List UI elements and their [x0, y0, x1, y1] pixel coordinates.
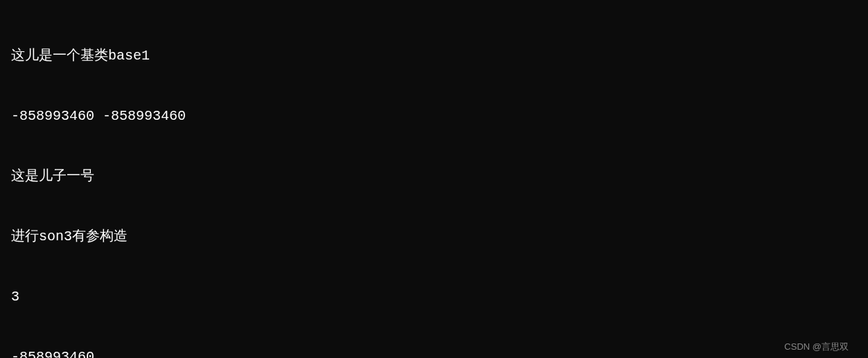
output-line: 这儿是一个基类base1	[11, 46, 857, 66]
output-line: -858993460	[11, 347, 857, 358]
output-line: 3	[11, 287, 857, 307]
output-line: 进行son3有参构造	[11, 226, 857, 247]
output-line: -858993460 -858993460	[11, 106, 857, 126]
terminal-output: 这儿是一个基类base1 -858993460 -858993460 这是儿子一…	[11, 6, 857, 358]
watermark: CSDN @言思双	[784, 341, 849, 354]
output-line: 这是儿子一号	[11, 166, 857, 186]
